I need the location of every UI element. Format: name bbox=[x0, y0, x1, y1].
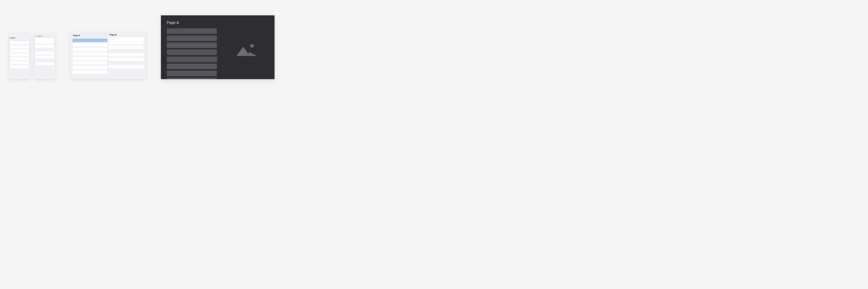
list-item[interactable] bbox=[35, 56, 54, 59]
phone-a-list bbox=[10, 41, 29, 68]
list-item-selected[interactable] bbox=[72, 39, 107, 42]
page-title: Page B bbox=[38, 36, 42, 37]
list-item[interactable] bbox=[167, 64, 217, 69]
page-title: Page B bbox=[110, 34, 116, 36]
list-item[interactable] bbox=[167, 49, 217, 55]
svg-point-0 bbox=[250, 44, 254, 48]
list-item[interactable] bbox=[72, 70, 107, 74]
back-arrow-icon[interactable] bbox=[36, 35, 37, 37]
list-item[interactable] bbox=[109, 65, 144, 68]
list-item[interactable] bbox=[167, 78, 217, 79]
tablet-master-pane: Page A bbox=[70, 32, 108, 79]
list-item[interactable] bbox=[109, 53, 144, 57]
list-item[interactable] bbox=[167, 57, 217, 62]
tablet-detail-pane: Page B bbox=[108, 32, 146, 79]
image-placeholder-icon bbox=[236, 43, 257, 57]
list-item[interactable] bbox=[167, 42, 217, 48]
list-item[interactable] bbox=[10, 65, 29, 68]
list-item[interactable] bbox=[10, 61, 29, 64]
phone-a-header: Page A bbox=[10, 34, 29, 41]
list-gap bbox=[109, 50, 144, 52]
list-item[interactable] bbox=[35, 45, 54, 48]
desktop-list bbox=[167, 28, 217, 79]
desktop-left-column: Page A bbox=[167, 21, 217, 79]
tablet-right-list bbox=[109, 37, 144, 68]
list-item[interactable] bbox=[167, 35, 217, 41]
list-item[interactable] bbox=[10, 49, 29, 52]
list-item[interactable] bbox=[167, 71, 217, 76]
list-gap bbox=[35, 60, 54, 61]
page-title: Page A bbox=[10, 37, 16, 39]
phone-b-list bbox=[35, 38, 54, 65]
list-item[interactable] bbox=[35, 38, 54, 44]
list-item[interactable] bbox=[10, 41, 29, 44]
tablet-left-header: Page A bbox=[72, 32, 107, 39]
list-item[interactable] bbox=[109, 58, 144, 61]
list-item[interactable] bbox=[72, 66, 107, 69]
list-item[interactable] bbox=[109, 37, 144, 44]
list-item[interactable] bbox=[72, 52, 107, 56]
desktop-page-a: Page A bbox=[161, 15, 275, 79]
list-item[interactable] bbox=[10, 53, 29, 57]
list-item[interactable] bbox=[10, 57, 29, 60]
list-gap bbox=[109, 62, 144, 64]
list-item[interactable] bbox=[167, 28, 217, 34]
phone-page-b: Page B bbox=[34, 33, 55, 79]
list-gap bbox=[35, 49, 54, 50]
list-item[interactable] bbox=[72, 57, 107, 60]
tablet-right-header: Page B bbox=[109, 32, 144, 37]
page-title: Page A bbox=[167, 21, 217, 25]
list-item[interactable] bbox=[72, 43, 107, 47]
tablet-split-view: Page A Page B bbox=[70, 32, 146, 79]
list-item[interactable] bbox=[35, 62, 54, 65]
tablet-left-list bbox=[72, 39, 107, 74]
list-item[interactable] bbox=[35, 51, 54, 55]
phone-b-header: Page B bbox=[35, 34, 54, 38]
list-item[interactable] bbox=[72, 48, 107, 51]
list-item[interactable] bbox=[72, 61, 107, 65]
list-item[interactable] bbox=[10, 45, 29, 48]
desktop-hero-area bbox=[224, 21, 269, 79]
page-title: Page A bbox=[73, 34, 80, 36]
list-item[interactable] bbox=[109, 45, 144, 49]
phone-page-a: Page A bbox=[9, 33, 30, 79]
